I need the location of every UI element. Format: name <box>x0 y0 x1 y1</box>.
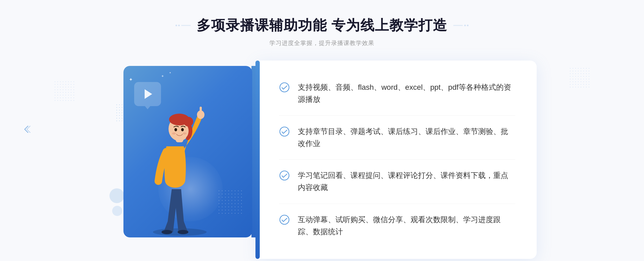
illustration-panel: ✦ ✦ ✦ <box>107 61 263 248</box>
svg-point-4 <box>464 25 466 26</box>
svg-point-15 <box>174 128 177 131</box>
svg-point-5 <box>467 25 469 26</box>
feature-text-1: 支持视频、音频、flash、word、excel、ppt、pdf等各种格式的资源… <box>298 81 515 106</box>
svg-point-21 <box>280 171 289 180</box>
check-icon-3 <box>279 170 290 181</box>
divider-3 <box>279 204 515 204</box>
sparkle-3: ✦ <box>169 71 171 74</box>
dots-decoration-left <box>54 80 75 102</box>
svg-point-0 <box>175 25 177 26</box>
feature-item-2: 支持章节目录、弹题考试、课后练习、课后作业、章节测验、批改作业 <box>279 120 515 155</box>
check-icon-2 <box>279 126 290 137</box>
svg-point-16 <box>181 128 184 131</box>
svg-point-7 <box>162 230 172 234</box>
side-circle-2 <box>112 206 122 216</box>
sparkle-2: ✦ <box>161 74 164 78</box>
feature-item-1: 支持视频、音频、flash、word、excel、ppt、pdf等各种格式的资源… <box>279 76 515 111</box>
header-section: 多项录播课辅助功能 专为线上教学打造 学习进度全掌握，提升录播课教学效果 <box>175 16 469 47</box>
main-title: 多项录播课辅助功能 专为线上教学打造 <box>197 16 447 35</box>
content-panel: 支持视频、音频、flash、word、excel、ppt、pdf等各种格式的资源… <box>258 61 537 259</box>
title-decorator-right <box>453 23 469 28</box>
dots-decoration-right <box>569 67 590 88</box>
feature-item-3: 学习笔记回看、课程提问、课程评论打分、课件资料下载，重点内容收藏 <box>279 164 515 199</box>
feature-text-4: 互动弹幕、试听购买、微信分享、观看次数限制、学习进度跟踪、数据统计 <box>298 214 515 238</box>
divider-1 <box>279 115 515 116</box>
person-figure <box>134 93 225 237</box>
content-stripe <box>255 61 260 259</box>
side-circle-1 <box>109 188 124 203</box>
page-container: 多项录播课辅助功能 专为线上教学打造 学习进度全掌握，提升录播课教学效果 <box>0 0 644 261</box>
svg-point-8 <box>178 230 188 234</box>
chevron-left-decoration <box>21 124 32 137</box>
svg-point-22 <box>280 215 289 224</box>
svg-rect-10 <box>200 107 202 115</box>
svg-rect-2 <box>181 25 191 26</box>
check-icon-4 <box>279 214 290 225</box>
svg-point-20 <box>280 127 289 136</box>
feature-text-3: 学习笔记回看、课程提问、课程评论打分、课件资料下载，重点内容收藏 <box>298 170 515 194</box>
svg-point-18 <box>183 132 186 135</box>
title-row: 多项录播课辅助功能 专为线上教学打造 <box>175 16 469 35</box>
subtitle: 学习进度全掌握，提升录播课教学效果 <box>175 39 469 47</box>
sparkle-1: ✦ <box>129 77 133 83</box>
svg-point-1 <box>178 25 180 26</box>
content-area: ✦ ✦ ✦ <box>107 61 537 259</box>
side-decorations <box>109 188 124 216</box>
svg-rect-3 <box>453 25 463 26</box>
title-decorator-left <box>175 23 191 28</box>
check-icon-1 <box>279 82 290 93</box>
feature-item-4: 互动弹幕、试听购买、微信分享、观看次数限制、学习进度跟踪、数据统计 <box>279 208 515 243</box>
svg-point-19 <box>280 83 289 92</box>
svg-point-17 <box>172 132 176 135</box>
divider-2 <box>279 159 515 160</box>
feature-text-2: 支持章节目录、弹题考试、课后练习、课后作业、章节测验、批改作业 <box>298 126 515 150</box>
